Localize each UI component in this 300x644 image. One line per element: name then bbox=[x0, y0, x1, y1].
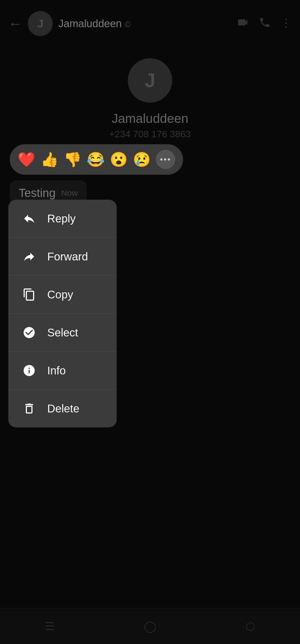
emoji-cry[interactable]: 😢 bbox=[133, 152, 151, 167]
copy-label: Copy bbox=[47, 288, 73, 301]
reply-label: Reply bbox=[47, 212, 76, 225]
more-dots-icon: ••• bbox=[160, 155, 171, 164]
emoji-heart[interactable]: ❤️ bbox=[18, 152, 36, 167]
menu-item-reply[interactable]: Reply bbox=[8, 200, 117, 238]
emoji-laugh[interactable]: 😂 bbox=[87, 152, 105, 167]
emoji-thumbsdown[interactable]: 👎 bbox=[64, 152, 82, 167]
menu-item-info[interactable]: Info bbox=[8, 352, 117, 390]
select-label: Select bbox=[47, 326, 78, 339]
select-icon bbox=[21, 324, 38, 341]
menu-item-select[interactable]: Select bbox=[8, 314, 117, 352]
copy-icon bbox=[21, 286, 38, 303]
context-menu: Reply Forward Copy Select bbox=[8, 200, 117, 427]
menu-item-forward[interactable]: Forward bbox=[8, 238, 117, 276]
info-label: Info bbox=[47, 364, 66, 377]
forward-label: Forward bbox=[47, 250, 88, 263]
delete-label: Delete bbox=[47, 402, 79, 415]
menu-item-copy[interactable]: Copy bbox=[8, 276, 117, 314]
emoji-more-button[interactable]: ••• bbox=[156, 150, 175, 169]
emoji-thumbsup[interactable]: 👍 bbox=[41, 152, 59, 167]
emoji-reaction-bar: ❤️ 👍 👎 😂 😮 😢 ••• bbox=[10, 144, 183, 175]
info-icon bbox=[21, 362, 38, 379]
emoji-surprised[interactable]: 😮 bbox=[110, 152, 128, 167]
forward-icon bbox=[21, 248, 38, 265]
delete-icon bbox=[21, 400, 38, 417]
reply-icon bbox=[21, 210, 38, 227]
menu-item-delete[interactable]: Delete bbox=[8, 390, 117, 427]
